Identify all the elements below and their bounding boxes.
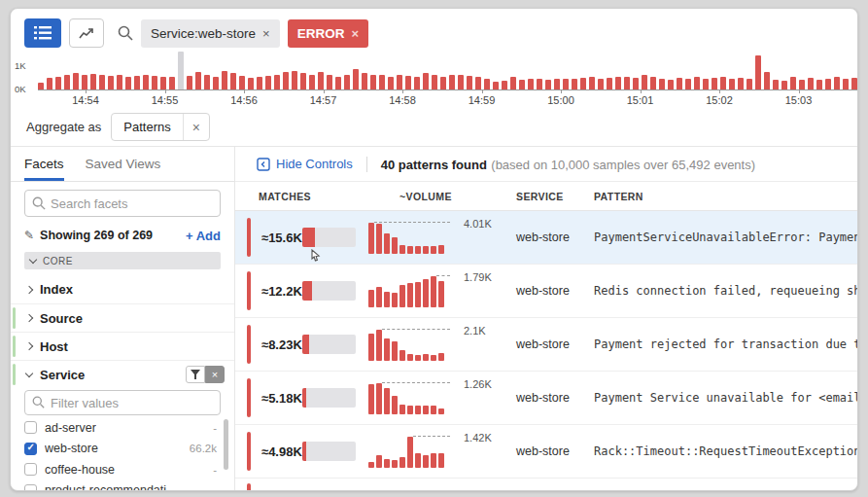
- list-item-service-value[interactable]: coffee-house-: [24, 459, 228, 480]
- tab-facets[interactable]: Facets: [24, 157, 64, 181]
- timeline-bar[interactable]: [475, 77, 481, 89]
- timeline-bar[interactable]: [362, 73, 367, 89]
- timeline-bar[interactable]: [624, 77, 630, 89]
- timeline-bar[interactable]: [47, 78, 52, 89]
- timeline-bar[interactable]: [178, 52, 184, 89]
- timeline-bar[interactable]: [134, 76, 140, 89]
- table-row[interactable]: ≈5.18K1.26Kweb-storePayment Service unav…: [235, 372, 857, 425]
- list-item-service-value[interactable]: web-store66.2k: [24, 439, 228, 460]
- column-header-volume[interactable]: ~VOLUME: [356, 191, 510, 202]
- core-section-header[interactable]: CORE: [24, 252, 221, 269]
- column-header-service[interactable]: SERVICE: [510, 191, 594, 202]
- timeline-bar[interactable]: [370, 75, 376, 89]
- search-facets-field[interactable]: [24, 190, 221, 217]
- timeline-bar[interactable]: [309, 75, 315, 89]
- timeline-bar[interactable]: [572, 79, 577, 89]
- checkbox[interactable]: [24, 421, 37, 434]
- timeline-bar[interactable]: [580, 78, 586, 89]
- timeline-bar[interactable]: [685, 79, 691, 89]
- timeline-bar[interactable]: [353, 69, 359, 89]
- facet-source[interactable]: Source: [11, 303, 234, 332]
- timeline-bar[interactable]: [545, 80, 551, 89]
- timeline-bar[interactable]: [729, 79, 735, 89]
- timeline-bar[interactable]: [528, 79, 534, 89]
- timeline-bar[interactable]: [344, 75, 350, 89]
- facet-index[interactable]: Index: [11, 275, 234, 303]
- facet-service[interactable]: Service ×: [11, 360, 234, 388]
- timeline-bar[interactable]: [554, 79, 560, 89]
- timeline-bar[interactable]: [589, 77, 595, 89]
- timeline-bar[interactable]: [755, 55, 761, 89]
- list-item-service-value[interactable]: ad-server-: [24, 417, 228, 439]
- checkbox[interactable]: [24, 484, 37, 490]
- timeline-bar[interactable]: [265, 76, 271, 89]
- facet-clear-button[interactable]: ×: [205, 366, 225, 383]
- timeline-bar[interactable]: [414, 77, 420, 89]
- timeline-bar[interactable]: [108, 76, 114, 89]
- close-icon[interactable]: ×: [183, 114, 209, 140]
- timeline-bar[interactable]: [607, 78, 612, 89]
- timeline-bar[interactable]: [335, 77, 341, 89]
- table-row[interactable]: ≈15.6K4.01Kweb-storePaymentServiceUnavai…: [235, 211, 857, 265]
- timeline-bars[interactable]: [38, 52, 857, 90]
- checkbox[interactable]: [24, 463, 37, 476]
- timeline-bar[interactable]: [449, 75, 455, 89]
- timeline-bar[interactable]: [143, 75, 149, 89]
- timeline-bar[interactable]: [274, 75, 280, 89]
- timeline-bar[interactable]: [834, 77, 840, 89]
- column-header-matches[interactable]: MATCHES: [251, 191, 302, 202]
- timeline-bar[interactable]: [790, 77, 796, 89]
- timeline-bar[interactable]: [152, 76, 157, 89]
- scrollbar-thumb[interactable]: [224, 419, 228, 470]
- timeline-bar[interactable]: [458, 75, 464, 89]
- checkbox[interactable]: [24, 443, 37, 455]
- tab-saved-views[interactable]: Saved Views: [86, 157, 161, 181]
- timeline-bar[interactable]: [292, 71, 297, 89]
- timeline-bar[interactable]: [563, 79, 569, 89]
- list-item-service-value[interactable]: product-recommendati...-: [24, 480, 228, 491]
- add-facet-button[interactable]: + Add: [186, 229, 221, 243]
- timeline-bar[interactable]: [187, 76, 192, 89]
- timeline-bar[interactable]: [615, 77, 621, 89]
- timeline-bar[interactable]: [230, 73, 236, 89]
- timeline-histogram[interactable]: 1K 0K 14:5414:5514:5614:5714:5814:5915:0…: [11, 52, 857, 108]
- aggregate-control[interactable]: Patterns ×: [111, 113, 210, 141]
- filter-pill-error[interactable]: ERROR ×: [288, 19, 368, 48]
- list-view-button[interactable]: [24, 18, 61, 48]
- table-row[interactable]: ≈4.98K1.42Kweb-storeRack::Timeout::Reque…: [235, 425, 857, 479]
- timeline-bar[interactable]: [720, 77, 726, 89]
- facet-host[interactable]: Host: [11, 332, 234, 360]
- timeline-bar[interactable]: [327, 75, 332, 89]
- timeline-bar[interactable]: [379, 75, 385, 89]
- timeline-bar[interactable]: [642, 75, 647, 89]
- table-row[interactable]: ≈8.23K2.1Kweb-storePayment rejected for …: [235, 318, 857, 372]
- timeline-bar[interactable]: [659, 79, 665, 89]
- timeline-bar[interactable]: [55, 77, 61, 89]
- timeline-bar[interactable]: [781, 81, 787, 89]
- timeline-bar[interactable]: [239, 76, 245, 89]
- timeline-bar[interactable]: [248, 78, 254, 89]
- timeseries-view-button[interactable]: [69, 18, 104, 48]
- timeline-bar[interactable]: [38, 83, 44, 89]
- timeline-bar[interactable]: [405, 76, 411, 89]
- timeline-bar[interactable]: [397, 75, 402, 89]
- timeline-bar[interactable]: [677, 78, 682, 89]
- timeline-bar[interactable]: [694, 77, 700, 89]
- timeline-bar[interactable]: [537, 79, 542, 89]
- timeline-bar[interactable]: [423, 73, 429, 89]
- timeline-bar[interactable]: [519, 80, 525, 89]
- timeline-bar[interactable]: [300, 73, 306, 89]
- timeline-bar[interactable]: [502, 81, 507, 89]
- timeline-bar[interactable]: [222, 71, 227, 89]
- timeline-bar[interactable]: [808, 78, 814, 89]
- timeline-bar[interactable]: [64, 75, 70, 89]
- filter-values-input[interactable]: [25, 391, 220, 414]
- timeline-bar[interactable]: [493, 82, 499, 89]
- timeline-bar[interactable]: [746, 79, 752, 89]
- timeline-bar[interactable]: [195, 72, 201, 89]
- timeline-bar[interactable]: [318, 72, 324, 89]
- timeline-bar[interactable]: [117, 75, 122, 89]
- filter-values-field[interactable]: [24, 390, 221, 415]
- timeline-bar[interactable]: [851, 78, 857, 89]
- timeline-bar[interactable]: [703, 79, 709, 89]
